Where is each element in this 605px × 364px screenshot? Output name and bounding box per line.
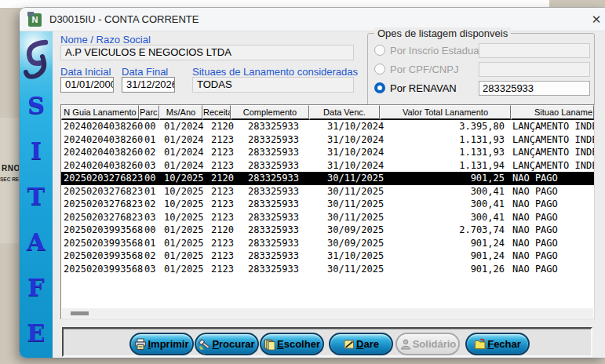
cell-mes-ano: 01/2024	[159, 159, 202, 173]
cell-receita: 2120	[202, 224, 231, 237]
cell-parc: 01	[139, 237, 159, 250]
table-row[interactable]: 20250203276823 03 10/2025 2123 283325933…	[61, 211, 594, 224]
column-header-situacao[interactable]: Situao Laname	[511, 105, 594, 120]
title-bar[interactable]: N D30015IU - CONTA CORRENTE ✕	[20, 8, 605, 31]
column-header-data-venc[interactable]: Data Venc.	[309, 105, 380, 120]
cell-valor: 3.395,80	[380, 120, 511, 133]
renavan-field[interactable]: 283325933	[479, 81, 590, 96]
cell-data-venc: 31/10/2024	[309, 159, 380, 173]
cell-parc: 03	[139, 263, 159, 276]
table-row[interactable]: 20240204038260 00 01/2024 2120 283325933…	[61, 120, 594, 133]
window-title: D30015IU - CONTA CORRENTE	[49, 8, 199, 31]
radio-renavan[interactable]	[374, 82, 385, 93]
lancamentos-table: N Guia Lanamento Parc. Ms/Ano Receita Co…	[60, 104, 595, 319]
cell-mes-ano: 01/2025	[159, 237, 202, 250]
cell-mes-ano: 10/2025	[159, 185, 202, 198]
column-header-valor[interactable]: Valor Total Lanamento	[380, 105, 511, 120]
table-row[interactable]: 20240204038260 01 01/2024 2123 283325933…	[61, 133, 594, 147]
cell-guia: 20250203276823	[61, 185, 139, 198]
note-icon	[343, 338, 355, 351]
cell-situacao: LANÇAMENTO INDEV	[511, 133, 594, 147]
cell-mes-ano: 10/2025	[159, 211, 202, 224]
cell-data-venc: 30/09/2025	[309, 237, 380, 250]
radio-inscricao-estadual	[374, 45, 385, 56]
cell-parc: 01	[139, 133, 159, 147]
cell-valor: 300,41	[380, 198, 511, 211]
cell-situacao: LANÇAMENTO INDEV	[511, 120, 594, 133]
cell-valor: 2.703,74	[380, 224, 511, 237]
cell-valor: 1.131,93	[380, 133, 511, 147]
column-header-mes-ano[interactable]: Ms/Ano	[159, 105, 202, 120]
cell-parc: 02	[139, 249, 159, 263]
sitafe-letters: S I T A F E	[20, 93, 53, 347]
table-row[interactable]: 20250203276823 01 10/2025 2123 283325933…	[61, 185, 594, 198]
background-window-strip	[0, 0, 549, 8]
person-icon	[399, 338, 412, 351]
cell-valor: 300,41	[380, 211, 511, 224]
cell-data-venc: 30/11/2025	[309, 211, 380, 224]
radio-cpf-cnpj	[374, 64, 385, 75]
cell-mes-ano: 01/2025	[159, 249, 202, 263]
table-row[interactable]: 20250203276823 02 10/2025 2123 283325933…	[61, 198, 594, 211]
column-header-complemento[interactable]: Complemento	[231, 105, 309, 120]
table-row[interactable]: 20240204038260 03 01/2024 2123 283325933…	[61, 159, 594, 173]
table-row[interactable]: 20250203993568 03 01/2025 2123 283325933…	[61, 263, 594, 276]
column-header-receita[interactable]: Receita	[202, 105, 231, 120]
cell-receita: 2123	[202, 146, 231, 159]
procurar-button[interactable]: Procurar	[195, 333, 259, 355]
horizontal-scrollbar[interactable]	[62, 308, 593, 318]
cell-mes-ano: 01/2024	[159, 146, 202, 159]
data-final-field[interactable]: 31/12/2026	[122, 77, 175, 93]
cell-receita: 2123	[202, 198, 231, 211]
situacoes-field[interactable]: TODAS	[192, 77, 354, 93]
situacoes-label: Situaes de Lanamento consideradas	[192, 66, 358, 78]
cell-valor: 300,41	[380, 185, 511, 198]
cell-data-venc: 31/10/2024	[309, 146, 380, 159]
cell-receita: 2120	[202, 120, 231, 133]
cell-parc: 03	[139, 211, 159, 224]
table-row[interactable]: 20250203993568 00 01/2025 2120 283325933…	[61, 224, 594, 237]
cell-complemento: 283325933	[231, 172, 309, 185]
fechar-button[interactable]: Fechar	[465, 333, 530, 355]
scrollbar-thumb[interactable]	[71, 311, 89, 315]
nome-field[interactable]: A.P VEICULOS E NEGOCIOS LTDA	[60, 45, 354, 60]
cell-data-venc: 30/11/2025	[309, 185, 380, 198]
inscricao-estadual-field	[479, 43, 590, 58]
cell-valor: 1.131,93	[380, 146, 511, 159]
cell-complemento: 283325933	[231, 133, 309, 147]
cell-guia: 20250203993568	[61, 249, 139, 263]
column-header-guia[interactable]: N Guia Lanamento	[61, 105, 139, 120]
cell-data-venc: 30/11/2025	[309, 263, 380, 276]
flashlight-icon	[199, 338, 211, 351]
column-header-parc[interactable]: Parc.	[139, 105, 159, 120]
cell-valor: 901,24	[380, 249, 511, 263]
cell-complemento: 283325933	[231, 159, 309, 173]
cell-receita: 2123	[202, 237, 231, 250]
table-row-selected[interactable]: 20250203276823 00 10/2025 2120 283325933…	[61, 172, 594, 185]
dare-button[interactable]: Dare	[329, 333, 393, 355]
cell-mes-ano: 10/2025	[159, 172, 202, 185]
cell-complemento: 283325933	[231, 249, 309, 263]
printer-icon	[134, 338, 147, 351]
cell-mes-ano: 01/2025	[159, 224, 202, 237]
data-inicial-field[interactable]: 01/01/2000	[60, 77, 114, 93]
escolher-button[interactable]: Escolher	[260, 333, 324, 355]
sitafe-logo-icon	[20, 33, 53, 91]
cell-complemento: 283325933	[231, 263, 309, 276]
cell-data-venc: 31/10/2025	[309, 249, 380, 263]
table-row[interactable]: 20250203993568 02 01/2025 2123 283325933…	[61, 249, 594, 263]
cell-situacao: NAO PAGO	[511, 185, 594, 198]
close-icon[interactable]: ✕	[585, 11, 605, 28]
table-row[interactable]: 20240204038260 02 01/2024 2123 283325933…	[61, 146, 594, 159]
cell-valor: 901,25	[380, 172, 511, 185]
cell-guia: 20250203993568	[61, 237, 139, 250]
imprimir-button[interactable]: Imprimir	[129, 333, 194, 355]
cell-complemento: 283325933	[231, 146, 309, 159]
nome-label: Nome / Razo Social	[60, 34, 151, 46]
table-row[interactable]: 20250203993568 01 01/2025 2123 283325933…	[61, 237, 594, 250]
cell-receita: 2123	[202, 263, 231, 276]
cell-complemento: 283325933	[231, 120, 309, 133]
cell-guia: 20250203276823	[61, 172, 139, 185]
cell-situacao: LANÇAMENTO INDEV	[511, 159, 594, 173]
cell-mes-ano: 01/2025	[159, 263, 202, 276]
